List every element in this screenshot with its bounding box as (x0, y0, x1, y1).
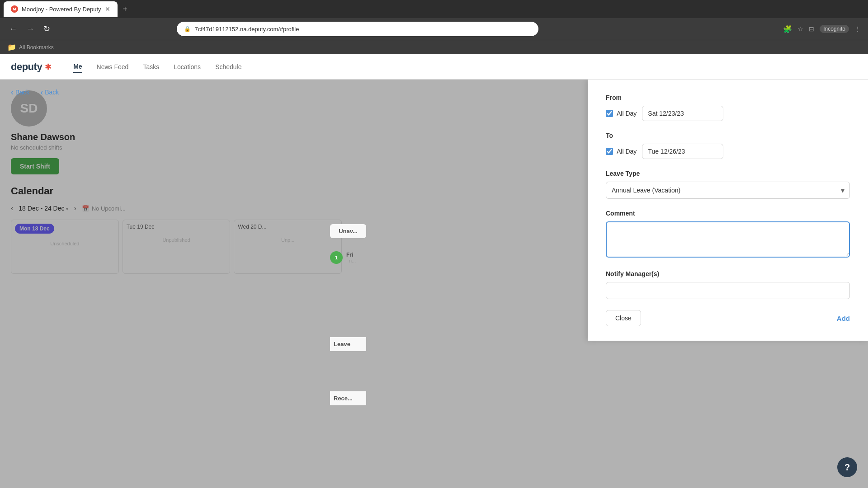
notify-label: Notify Manager(s) (606, 270, 850, 277)
tab-close-button[interactable]: ✕ (105, 5, 110, 13)
reload-nav-button[interactable]: ↻ (42, 22, 52, 36)
from-date-input[interactable] (642, 106, 723, 121)
close-button[interactable]: Close (606, 310, 641, 326)
nav-item-newsfeed[interactable]: News Feed (97, 61, 129, 72)
bookmarks-folder-icon: 📁 (7, 43, 16, 52)
from-label: From (606, 94, 850, 101)
back-button-2[interactable]: Back (40, 88, 59, 97)
recent-section-label: Rece... (334, 395, 363, 402)
extensions-icon: 🧩 (783, 25, 792, 33)
split-view-icon[interactable]: ⊟ (809, 25, 814, 33)
fri-label: Fri (346, 252, 356, 258)
tab-title: Moodjoy - Powered By Deputy (22, 6, 101, 13)
info-label: I n... (346, 258, 356, 263)
url-text: 7cf47d19112152.na.deputy.com/#profile (194, 26, 299, 33)
comment-label: Comment (606, 210, 850, 217)
deputy-logo: deputy ✱ (11, 61, 52, 73)
from-group: From All Day (606, 94, 850, 121)
address-bar[interactable]: 🔒 7cf47d19112152.na.deputy.com/#profile (177, 22, 538, 36)
form-actions: Close Add (606, 310, 850, 326)
back-button-1[interactable]: Back (11, 88, 29, 97)
bookmark-icon[interactable]: ☆ (797, 25, 803, 33)
nav-item-me[interactable]: Me (73, 61, 82, 73)
nav-item-tasks[interactable]: Tasks (143, 61, 159, 72)
comment-group: Comment (606, 210, 850, 259)
all-day-from-checkbox[interactable] (606, 110, 613, 117)
tab-favicon: M (11, 5, 18, 13)
to-date-input[interactable] (642, 144, 723, 159)
nav-item-schedule[interactable]: Schedule (215, 61, 241, 72)
browser-tab[interactable]: M Moodjoy - Powered By Deputy ✕ (4, 1, 118, 17)
notify-group: Notify Manager(s) (606, 270, 850, 299)
logo-star: ✱ (45, 62, 52, 72)
to-group: To All Day (606, 132, 850, 159)
to-row: All Day (606, 144, 850, 159)
leave-type-label: Leave Type (606, 170, 850, 177)
leave-type-group: Leave Type Annual Leave (Vacation) Sick … (606, 170, 850, 199)
top-nav: deputy ✱ Me News Feed Tasks Locations Sc… (0, 54, 868, 80)
back-nav-button[interactable]: ← (7, 23, 19, 36)
leave-section-label: Leave (334, 341, 363, 347)
leave-form-panel: From All Day To All (588, 80, 868, 341)
leave-type-select-wrapper: Annual Leave (Vacation) Sick Leave Perso… (606, 182, 850, 199)
help-button[interactable]: ? (837, 457, 857, 477)
unavailability-label: Unav... (334, 228, 363, 235)
leave-count-badge: 1 (330, 251, 343, 264)
leave-type-select[interactable]: Annual Leave (Vacation) Sick Leave Perso… (606, 182, 850, 199)
all-day-to-label[interactable]: All Day (606, 148, 637, 155)
lock-icon: 🔒 (184, 26, 191, 32)
bookmarks-label: All Bookmarks (19, 44, 54, 51)
main-content: SD Shane Dawson No scheduled shifts Star… (0, 80, 868, 488)
new-tab-button[interactable]: + (119, 5, 132, 14)
nav-item-locations[interactable]: Locations (174, 61, 201, 72)
incognito-badge: Incognito (820, 25, 849, 33)
add-button[interactable]: Add (837, 314, 850, 322)
logo-text: deputy (11, 61, 42, 73)
all-day-from-label[interactable]: All Day (606, 110, 637, 117)
comment-textarea[interactable] (606, 221, 850, 258)
notify-managers-input[interactable] (606, 282, 850, 299)
from-row: All Day (606, 106, 850, 121)
all-day-to-checkbox[interactable] (606, 148, 613, 155)
menu-icon[interactable]: ⋮ (854, 25, 861, 33)
to-label: To (606, 132, 850, 139)
forward-nav-button[interactable]: → (24, 23, 36, 36)
